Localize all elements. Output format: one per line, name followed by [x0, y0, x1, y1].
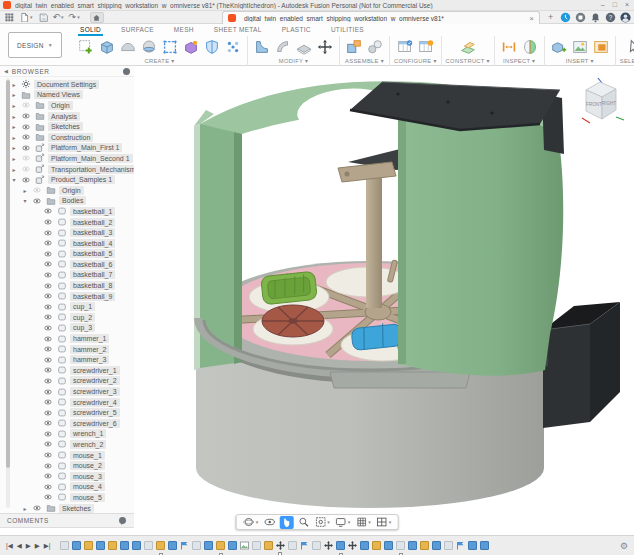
notifications-icon[interactable]: [590, 12, 601, 23]
visibility-eye-icon[interactable]: [31, 186, 43, 194]
milestone-flag-icon[interactable]: [456, 541, 465, 550]
configuration-icon[interactable]: [395, 36, 415, 57]
browser-item-screwdriver-6[interactable]: screwdriver_6: [0, 418, 134, 429]
measure-icon[interactable]: [499, 36, 519, 57]
generative-design-icon[interactable]: [202, 36, 222, 57]
visibility-eye-icon[interactable]: [42, 303, 54, 311]
model-brown-disc[interactable]: [262, 305, 324, 337]
visibility-eye-icon[interactable]: [42, 430, 54, 438]
visibility-eye-icon[interactable]: [42, 292, 54, 300]
canvas-feature-icon[interactable]: [240, 541, 249, 550]
browser-item-mouse-5[interactable]: mouse_5: [0, 492, 134, 503]
tab-close-icon[interactable]: ×: [529, 14, 534, 23]
expander-closed-icon[interactable]: ▸: [10, 113, 18, 120]
file-menu-button[interactable]: ▾: [19, 12, 33, 22]
insert-decal-icon[interactable]: [591, 36, 611, 57]
expander-closed-icon[interactable]: ▸: [10, 134, 18, 141]
browser-item-basketball-9[interactable]: basketball_9: [0, 291, 134, 302]
visibility-eye-icon[interactable]: [20, 101, 32, 109]
design-menu-button[interactable]: DESIGN▼: [8, 32, 62, 58]
zoom-button[interactable]: [296, 516, 310, 529]
insert-derive-icon[interactable]: [549, 36, 569, 57]
visibility-eye-icon[interactable]: [42, 239, 54, 247]
new-tab-button[interactable]: +: [548, 12, 553, 22]
browser-item-basketball-8[interactable]: basketball_8: [0, 280, 134, 291]
ribbon-group-label[interactable]: MODIFY ▾: [279, 58, 308, 64]
joint-icon[interactable]: [365, 36, 385, 57]
browser-item-bodies[interactable]: ▾Bodies: [0, 196, 134, 207]
ribbon-tab-solid[interactable]: SOLID: [78, 26, 103, 36]
comment-bubble-icon[interactable]: [118, 516, 127, 525]
browser-item-basketball-2[interactable]: basketball_2: [0, 217, 134, 228]
browser-item-mouse-3[interactable]: mouse_3: [0, 471, 134, 482]
ribbon-tab-utilities[interactable]: UTILITIES: [329, 26, 366, 36]
ribbon-group-label[interactable]: SELECT ▾: [620, 58, 634, 64]
create-pattern-icon[interactable]: [223, 36, 243, 57]
visibility-eye-icon[interactable]: [42, 282, 54, 290]
visibility-eye-icon[interactable]: [20, 144, 32, 152]
grid-and-snaps-button[interactable]: ▾: [354, 516, 372, 529]
ribbon-group-label[interactable]: INSERT ▾: [566, 58, 594, 64]
visibility-eye-icon[interactable]: [42, 398, 54, 406]
visibility-eye-icon[interactable]: [20, 112, 32, 120]
expander-closed-icon[interactable]: ▸: [10, 155, 18, 162]
visibility-eye-icon[interactable]: [42, 483, 54, 491]
ribbon-group-label[interactable]: INSPECT ▾: [503, 58, 535, 64]
sketch-feature-icon[interactable]: [156, 541, 165, 550]
sketch-feature-icon[interactable]: [216, 541, 225, 550]
browser-item-product-samples-1[interactable]: ▾Product_Samples 1: [0, 174, 134, 185]
expander-closed-icon[interactable]: ▸: [21, 187, 29, 194]
visibility-eye-icon[interactable]: [42, 472, 54, 480]
job-status-icon[interactable]: [560, 12, 571, 23]
sketch-feature-icon[interactable]: [84, 541, 93, 550]
browser-item-basketball-7[interactable]: basketball_7: [0, 270, 134, 281]
feature-icon[interactable]: [384, 541, 393, 550]
milestone-flag-icon[interactable]: [300, 541, 309, 550]
feature-icon[interactable]: [480, 541, 489, 550]
browser-item-screwdriver-2[interactable]: screwdriver_2: [0, 376, 134, 387]
orbit-button[interactable]: ▾: [242, 516, 260, 529]
fit-button[interactable]: ▾: [313, 516, 331, 529]
visibility-eye-icon[interactable]: [42, 250, 54, 258]
viewcube[interactable]: FRONT RIGHT: [578, 76, 626, 132]
move-feature-icon[interactable]: [324, 541, 333, 550]
insert-canvas-icon[interactable]: [570, 36, 590, 57]
visibility-eye-icon[interactable]: [42, 207, 54, 215]
press-pull-icon[interactable]: [252, 36, 272, 57]
browser-options-icon[interactable]: [123, 68, 130, 75]
redo-button[interactable]: ↷▾: [69, 12, 80, 22]
model-storage-box[interactable]: [543, 302, 620, 428]
profile-icon[interactable]: [620, 12, 631, 23]
feature-icon[interactable]: [468, 541, 477, 550]
create-sphere-icon[interactable]: [139, 36, 159, 57]
browser-item-mouse-1[interactable]: mouse_1: [0, 450, 134, 461]
browser-item-cup-3[interactable]: cup_3: [0, 323, 134, 334]
look-at-button[interactable]: [262, 516, 276, 529]
suppressed-feature-icon[interactable]: [288, 541, 297, 550]
select-icon[interactable]: [624, 36, 634, 57]
expander-closed-icon[interactable]: ▸: [10, 102, 18, 109]
viewports-button[interactable]: ▾: [375, 516, 393, 529]
browser-item-screwdriver-1[interactable]: screwdriver_1: [0, 365, 134, 376]
ribbon-group-label[interactable]: ASSEMBLE ▾: [345, 58, 384, 64]
browser-item-sketches[interactable]: ▸Sketches: [0, 121, 134, 132]
suppressed-feature-icon[interactable]: [252, 541, 261, 550]
minimize-button[interactable]: –: [601, 0, 605, 10]
browser-item-basketball-4[interactable]: basketball_4: [0, 238, 134, 249]
suppressed-feature-icon[interactable]: [60, 541, 69, 550]
visibility-eye-icon[interactable]: [42, 377, 54, 385]
model-green-basket[interactable]: [261, 271, 318, 304]
construct-plane-icon[interactable]: [458, 36, 478, 57]
milestone-flag-icon[interactable]: [180, 541, 189, 550]
suppressed-feature-icon[interactable]: [312, 541, 321, 550]
visibility-eye-icon[interactable]: [31, 197, 43, 205]
feature-icon[interactable]: [228, 541, 237, 550]
comments-bar[interactable]: COMMENTS: [0, 513, 134, 528]
browser-item-screwdriver-4[interactable]: screwdriver_4: [0, 397, 134, 408]
feature-icon[interactable]: [120, 541, 129, 550]
expander-open-icon[interactable]: ▾: [21, 197, 29, 204]
browser-item-hammer-2[interactable]: hammer_2: [0, 344, 134, 355]
visibility-eye-icon[interactable]: [42, 493, 54, 501]
visibility-eye-icon[interactable]: [42, 335, 54, 343]
sketch-feature-icon[interactable]: [108, 541, 117, 550]
